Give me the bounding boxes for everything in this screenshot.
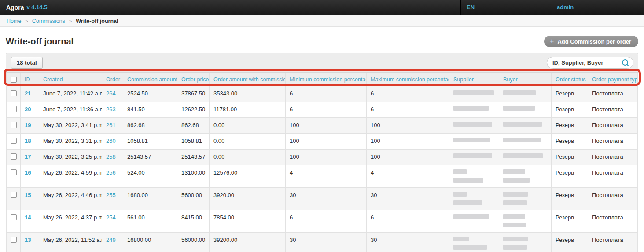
redacted-text-block [503, 245, 527, 250]
row-checkbox[interactable] [11, 214, 17, 220]
cell-supplier [449, 134, 499, 150]
column-header-supplier[interactable]: Supplier [449, 73, 499, 86]
cell-supplier [449, 102, 499, 118]
redacted-text-block [503, 90, 536, 95]
commission-id-link[interactable]: 21 [25, 90, 31, 97]
cell-buyer [499, 86, 552, 102]
commission-id-link[interactable]: 15 [25, 192, 31, 198]
order-link[interactable]: 263 [106, 106, 116, 113]
column-header-commission-amount[interactable]: Commission amount [123, 73, 177, 86]
column-header-order-status[interactable]: Order status [552, 73, 588, 86]
select-all-checkbox[interactable] [11, 77, 17, 83]
redacted-text-block [503, 178, 530, 183]
cell-order-amount-with-commission: 3920.00 [210, 188, 286, 210]
cell-commission-amount: 1680.00 [123, 188, 177, 210]
language-menu[interactable]: EN [460, 0, 551, 15]
breadcrumb-home[interactable]: Home [7, 18, 21, 24]
order-link[interactable]: 258 [106, 153, 116, 160]
cell-min-commission-pct: 4 [286, 165, 367, 188]
commission-id-link[interactable]: 19 [25, 122, 31, 128]
cell-order-amount-with-commission: 35343.00 [210, 86, 286, 102]
user-menu-label[interactable]: admin [557, 4, 574, 11]
column-header-buyer[interactable]: Buyer [499, 73, 552, 86]
row-checkbox[interactable] [11, 169, 17, 175]
cell-order-status: Резерв [552, 188, 588, 210]
cell-id: 15 [21, 188, 39, 210]
row-checkbox[interactable] [11, 237, 17, 243]
cell-order-price: 37867.50 [177, 86, 210, 102]
cell-supplier [449, 165, 499, 188]
cell-order-price: 13100.00 [177, 165, 210, 188]
breadcrumb-commissions[interactable]: Commissions [32, 18, 65, 24]
cell-order-price: 5600.00 [177, 188, 210, 210]
redacted-text-block [453, 106, 489, 111]
order-link[interactable]: 261 [106, 122, 116, 128]
cell-order-status: Резерв [552, 86, 588, 102]
commission-id-link[interactable]: 16 [25, 169, 31, 176]
redacted-text-block [503, 122, 542, 127]
commission-id-link[interactable]: 17 [25, 153, 31, 160]
cell-supplier [449, 86, 499, 102]
cell-buyer [499, 210, 552, 233]
column-header-minimum-commission-percentage[interactable]: Minimum commission percentage [286, 73, 367, 86]
cell-order-payment-type: Постоплата [588, 233, 638, 252]
order-link[interactable]: 256 [106, 169, 116, 176]
cell-order-payment-type: Постоплата [588, 165, 638, 188]
redacted-text-block [453, 200, 482, 205]
table-row: 15May 26, 2022, 4:46 p.m.2551680.005600.… [7, 188, 638, 210]
row-checkbox[interactable] [11, 138, 17, 144]
table-row: 14May 26, 2022, 4:37 p.m.254561.008415.0… [7, 210, 638, 233]
user-menu[interactable]: admin [551, 0, 644, 15]
search-input[interactable] [547, 57, 633, 69]
search-icon[interactable] [622, 59, 629, 69]
cell-order-amount-with-commission: 7854.00 [210, 210, 286, 233]
commission-id-link[interactable]: 20 [25, 106, 31, 113]
language-menu-label[interactable]: EN [467, 4, 475, 11]
order-link[interactable]: 255 [106, 192, 116, 198]
column-header-order-price[interactable]: Order price [177, 73, 210, 86]
total-count-badge: 18 total [11, 57, 43, 69]
row-checkbox[interactable] [11, 153, 17, 160]
order-link[interactable]: 249 [106, 237, 116, 243]
row-checkbox[interactable] [11, 90, 17, 96]
row-select-cell [7, 102, 21, 118]
cell-created: May 30, 2022, 3:41 p.m. [39, 118, 102, 134]
column-header-order[interactable]: Order [102, 73, 123, 86]
column-header-order-amount-with-commission[interactable]: Order amount with commission [210, 73, 286, 86]
cell-supplier [449, 210, 499, 233]
panel-toolbar: 18 total [6, 53, 638, 73]
brand-logo[interactable]: Agora [6, 4, 24, 11]
add-commission-button[interactable]: + Add Commission per order [544, 36, 638, 47]
cell-buyer [499, 150, 552, 165]
redacted-text-block [503, 138, 541, 142]
row-checkbox[interactable] [11, 192, 17, 198]
cell-order-payment-type: Постоплата [588, 102, 638, 118]
row-checkbox[interactable] [11, 122, 17, 128]
redacted-text-block [453, 122, 492, 127]
breadcrumb-separator: > [69, 18, 72, 24]
cell-min-commission-pct: 30 [286, 233, 367, 252]
row-checkbox[interactable] [11, 106, 17, 112]
redacted-text-block [503, 192, 528, 197]
row-select-cell [7, 165, 21, 188]
column-header-id[interactable]: ID [21, 73, 39, 86]
cell-order-price: 8415.00 [177, 210, 210, 233]
commission-id-link[interactable]: 18 [25, 138, 31, 144]
order-link[interactable]: 264 [106, 90, 116, 97]
column-header-created[interactable]: Created [39, 73, 102, 86]
cell-order-status: Резерв [552, 134, 588, 150]
plus-icon: + [549, 37, 554, 45]
cell-commission-amount: 862.68 [123, 118, 177, 134]
cell-supplier [449, 150, 499, 165]
row-select-cell [7, 150, 21, 165]
cell-id: 17 [21, 150, 39, 165]
commission-id-link[interactable]: 13 [25, 237, 31, 243]
order-link[interactable]: 254 [106, 214, 116, 221]
commission-id-link[interactable]: 14 [25, 214, 31, 221]
order-link[interactable]: 260 [106, 138, 116, 144]
cell-commission-amount: 16800.00 [123, 233, 177, 252]
column-header-order-payment-type[interactable]: Order payment type [588, 73, 638, 86]
cell-supplier [449, 188, 499, 210]
column-header-maximum-commission-percentage[interactable]: Maximum commission percentage [367, 73, 449, 86]
redacted-text-block [453, 90, 494, 95]
